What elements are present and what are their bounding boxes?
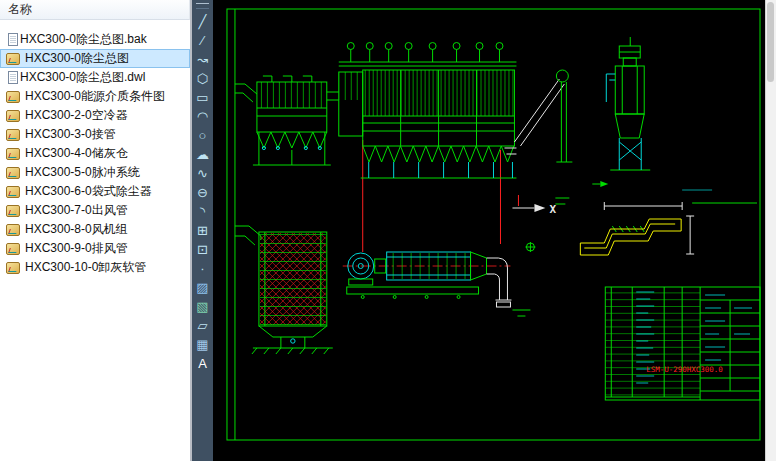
file-label: HXC300-2-0空冷器 — [25, 107, 128, 124]
dwg-file-icon — [6, 110, 20, 122]
rotary-drum — [235, 226, 333, 354]
dwg-file-icon — [6, 205, 20, 217]
make-block-icon: ⊡ — [197, 243, 208, 256]
construction-line-icon: ∕ — [201, 34, 203, 47]
tool-polyline-button[interactable]: ↝ — [193, 50, 213, 69]
table-icon: ▦ — [196, 338, 208, 351]
tool-line-button[interactable]: ╱ — [193, 12, 213, 31]
file-label: HXC300-3-0接管 — [25, 126, 116, 143]
ellipse-icon: ⊖ — [197, 186, 208, 199]
mtext-icon: A — [198, 357, 207, 370]
name-column-header: 名称 — [8, 1, 32, 18]
polygon-icon: ⬡ — [197, 72, 208, 85]
fan-assembly — [347, 252, 512, 307]
esp-unit-left — [235, 76, 339, 165]
tool-construction-line-button[interactable]: ∕ — [193, 31, 213, 50]
file-label: HXC300-0能源介质条件图 — [25, 88, 165, 105]
arc-icon: ◠ — [197, 110, 208, 123]
baghouse-main — [339, 43, 517, 179]
circle-icon: ○ — [199, 129, 207, 142]
tool-table-button[interactable]: ▦ — [193, 335, 213, 354]
draw-toolbar: ╱ ∕ ↝ ⬡ ▭ ◠ ○ ☁ ∿ ⊖ ◝ ⊞ ⊡ ∙ ▨ ▧ ▱ ▦ A — [192, 0, 213, 461]
file-list-item[interactable]: HXC300-0除尘总图 — [0, 49, 190, 68]
cad-drawing: X — [213, 0, 765, 461]
file-list-item[interactable]: HXC300-8-0风机组 — [0, 220, 190, 239]
tool-hatch-button[interactable]: ▨ — [193, 278, 213, 297]
title-block: LSM-U-290HXC300.0 — [605, 287, 760, 400]
file-label: HXC300-0除尘总图 — [25, 50, 129, 67]
file-list-item[interactable]: HXC300-2-0空冷器 — [0, 106, 190, 125]
tool-make-block-button[interactable]: ⊡ — [193, 240, 213, 259]
cad-viewer-window: 名称 HXC300-0除尘总图.bak HXC300-0除尘总图 HXC300-… — [0, 0, 776, 461]
file-list-item[interactable]: HXC300-5-0脉冲系统 — [0, 163, 190, 182]
file-label: HXC300-0除尘总图.dwl — [20, 69, 145, 86]
title-block-code: LSM-U-290HXC300.0 — [646, 365, 723, 374]
file-list-item[interactable]: HXC300-0除尘总图.bak — [0, 30, 190, 49]
dwg-file-icon — [6, 91, 20, 103]
file-list-item[interactable]: HXC300-6-0袋式除尘器 — [0, 182, 190, 201]
tool-circle-button[interactable]: ○ — [193, 126, 213, 145]
section-marker-x: X — [512, 195, 556, 216]
document-icon — [8, 33, 18, 46]
line-icon: ╱ — [199, 15, 207, 28]
file-list-item[interactable]: HXC300-3-0接管 — [0, 125, 190, 144]
duct-detail-yellow — [580, 181, 757, 255]
file-label: HXC300-5-0脉冲系统 — [25, 164, 140, 181]
dwg-file-icon — [6, 224, 20, 236]
tool-spline-button[interactable]: ∿ — [193, 164, 213, 183]
gradient-icon: ▧ — [196, 300, 208, 313]
file-label: HXC300-10-0卸灰软管 — [25, 259, 146, 276]
spline-icon: ∿ — [197, 167, 208, 180]
file-list-item[interactable]: HXC300-0能源介质条件图 — [0, 87, 190, 106]
dwg-file-icon — [6, 129, 20, 141]
file-list-item[interactable]: HXC300-7-0出风管 — [0, 201, 190, 220]
dwg-file-icon — [6, 262, 20, 274]
toolbar-grip[interactable] — [196, 3, 209, 9]
polyline-icon: ↝ — [197, 53, 208, 66]
file-label: HXC300-9-0排风管 — [25, 240, 128, 257]
tool-rectangle-button[interactable]: ▭ — [193, 88, 213, 107]
tool-polygon-button[interactable]: ⬡ — [193, 69, 213, 88]
insert-block-icon: ⊞ — [197, 224, 208, 237]
tool-region-button[interactable]: ▱ — [193, 316, 213, 335]
file-label: HXC300-0除尘总图.bak — [20, 31, 147, 48]
tool-mtext-button[interactable]: A — [193, 354, 213, 373]
dwg-file-icon — [6, 186, 20, 198]
hatch-icon: ▨ — [196, 281, 208, 294]
revision-cloud-icon: ☁ — [196, 148, 209, 161]
region-icon: ▱ — [198, 319, 208, 332]
file-label: HXC300-6-0袋式除尘器 — [25, 183, 152, 200]
document-icon — [8, 71, 18, 84]
tool-revision-cloud-button[interactable]: ☁ — [193, 145, 213, 164]
tool-ellipse-arc-button[interactable]: ◝ — [193, 202, 213, 221]
file-list-item[interactable]: HXC300-9-0排风管 — [0, 239, 190, 258]
ellipse-arc-icon: ◝ — [200, 205, 205, 218]
tool-gradient-button[interactable]: ▧ — [193, 297, 213, 316]
file-panel: 名称 HXC300-0除尘总图.bak HXC300-0除尘总图 HXC300-… — [0, 0, 190, 461]
x-marker-label: X — [549, 203, 556, 216]
file-list-item[interactable]: HXC300-0除尘总图.dwl — [0, 68, 190, 87]
file-list-item[interactable]: HXC300-10-0卸灰软管 — [0, 258, 190, 277]
dwg-file-icon — [6, 243, 20, 255]
scrollbar-thumb[interactable] — [767, 2, 774, 82]
vertical-scrollbar[interactable] — [765, 0, 776, 461]
file-list-header[interactable]: 名称 — [0, 0, 190, 20]
tool-ellipse-button[interactable]: ⊖ — [193, 183, 213, 202]
dwg-file-icon — [6, 167, 20, 179]
file-label: HXC300-4-0储灰仓 — [25, 145, 128, 162]
dwg-file-icon — [6, 53, 20, 65]
dwg-file-icon — [6, 148, 20, 160]
file-list: HXC300-0除尘总图.bak HXC300-0除尘总图 HXC300-0除尘… — [0, 20, 190, 461]
drawing-canvas[interactable]: X — [213, 0, 765, 461]
stack-unit-right — [606, 37, 650, 170]
file-label: HXC300-7-0出风管 — [25, 202, 128, 219]
rectangle-icon: ▭ — [196, 91, 208, 104]
tool-point-button[interactable]: ∙ — [193, 259, 213, 278]
tool-insert-block-button[interactable]: ⊞ — [193, 221, 213, 240]
point-icon: ∙ — [201, 262, 205, 275]
tool-arc-button[interactable]: ◠ — [193, 107, 213, 126]
file-list-item[interactable]: HXC300-4-0储灰仓 — [0, 144, 190, 163]
file-label: HXC300-8-0风机组 — [25, 221, 128, 238]
